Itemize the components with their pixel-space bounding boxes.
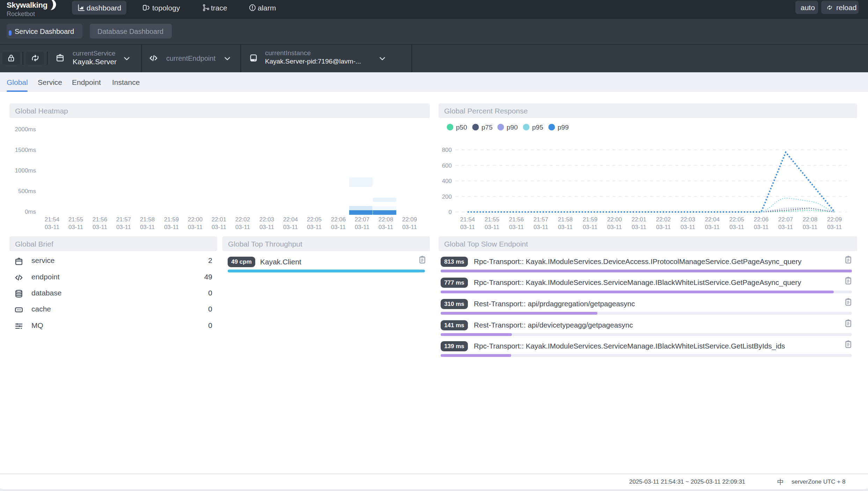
svg-text:0: 0 bbox=[449, 209, 452, 215]
svg-text:03-11: 03-11 bbox=[754, 224, 768, 230]
svg-text:21:58: 21:58 bbox=[140, 216, 155, 223]
svg-text:21:55: 21:55 bbox=[68, 216, 83, 223]
svg-text:03-11: 03-11 bbox=[656, 224, 671, 230]
svg-text:400: 400 bbox=[442, 178, 452, 184]
svg-text:2000ms: 2000ms bbox=[15, 126, 36, 133]
svg-text:p75: p75 bbox=[481, 124, 493, 131]
svg-text:03-11: 03-11 bbox=[331, 224, 346, 230]
svg-text:p90: p90 bbox=[507, 124, 518, 131]
svg-text:22:07: 22:07 bbox=[778, 216, 793, 223]
svg-text:21:59: 21:59 bbox=[164, 216, 179, 223]
svg-text:22:06: 22:06 bbox=[754, 216, 769, 223]
svg-text:03-11: 03-11 bbox=[378, 224, 393, 230]
svg-text:03-11: 03-11 bbox=[778, 224, 793, 230]
svg-text:800: 800 bbox=[442, 147, 452, 153]
svg-text:03-11: 03-11 bbox=[93, 224, 107, 230]
svg-text:1500ms: 1500ms bbox=[15, 147, 36, 153]
svg-text:03-11: 03-11 bbox=[607, 224, 622, 230]
svg-text:21:56: 21:56 bbox=[509, 216, 524, 223]
svg-text:03-11: 03-11 bbox=[509, 224, 524, 230]
svg-text:22:01: 22:01 bbox=[632, 216, 647, 223]
svg-text:03-11: 03-11 bbox=[583, 224, 597, 230]
svg-text:22:04: 22:04 bbox=[283, 216, 298, 223]
svg-text:21:54: 21:54 bbox=[45, 216, 60, 223]
svg-text:03-11: 03-11 bbox=[307, 224, 322, 230]
svg-text:03-11: 03-11 bbox=[460, 224, 475, 230]
svg-text:22:07: 22:07 bbox=[355, 216, 370, 223]
svg-text:1000ms: 1000ms bbox=[15, 167, 36, 174]
svg-text:03-11: 03-11 bbox=[485, 224, 499, 230]
svg-text:21:55: 21:55 bbox=[485, 216, 500, 223]
svg-text:03-11: 03-11 bbox=[705, 224, 720, 230]
svg-text:0ms: 0ms bbox=[25, 208, 36, 215]
svg-text:500ms: 500ms bbox=[18, 188, 36, 195]
svg-text:200: 200 bbox=[442, 193, 452, 200]
svg-text:03-11: 03-11 bbox=[68, 224, 83, 230]
svg-text:03-11: 03-11 bbox=[164, 224, 179, 230]
svg-text:03-11: 03-11 bbox=[212, 224, 226, 230]
svg-text:p99: p99 bbox=[558, 124, 569, 131]
svg-text:03-11: 03-11 bbox=[116, 224, 131, 230]
svg-text:22:00: 22:00 bbox=[607, 216, 622, 223]
svg-text:22:09: 22:09 bbox=[827, 216, 842, 223]
svg-text:21:57: 21:57 bbox=[116, 216, 131, 223]
svg-text:22:02: 22:02 bbox=[656, 216, 671, 223]
svg-text:03-11: 03-11 bbox=[140, 224, 155, 230]
svg-text:21:58: 21:58 bbox=[558, 216, 573, 223]
svg-text:22:02: 22:02 bbox=[235, 216, 250, 223]
svg-text:22:09: 22:09 bbox=[402, 216, 417, 223]
svg-text:22:03: 22:03 bbox=[681, 216, 696, 223]
svg-text:22:03: 22:03 bbox=[259, 216, 274, 223]
svg-text:21:54: 21:54 bbox=[460, 216, 475, 223]
svg-text:22:05: 22:05 bbox=[307, 216, 322, 223]
svg-text:03-11: 03-11 bbox=[259, 224, 274, 230]
svg-text:21:56: 21:56 bbox=[93, 216, 108, 223]
svg-text:03-11: 03-11 bbox=[632, 224, 646, 230]
svg-text:22:06: 22:06 bbox=[331, 216, 346, 223]
svg-text:21:59: 21:59 bbox=[583, 216, 598, 223]
svg-text:03-11: 03-11 bbox=[681, 224, 695, 230]
svg-text:03-11: 03-11 bbox=[235, 224, 250, 230]
svg-text:03-11: 03-11 bbox=[729, 224, 744, 230]
svg-text:03-11: 03-11 bbox=[558, 224, 573, 230]
svg-text:22:08: 22:08 bbox=[378, 216, 393, 223]
svg-text:03-11: 03-11 bbox=[827, 224, 842, 230]
svg-text:03-11: 03-11 bbox=[45, 224, 59, 230]
svg-text:p50: p50 bbox=[456, 124, 467, 131]
svg-text:p95: p95 bbox=[532, 124, 543, 131]
svg-text:21:57: 21:57 bbox=[534, 216, 549, 223]
svg-text:03-11: 03-11 bbox=[283, 224, 298, 230]
svg-text:22:04: 22:04 bbox=[705, 216, 720, 223]
svg-text:22:08: 22:08 bbox=[803, 216, 818, 223]
svg-text:03-11: 03-11 bbox=[355, 224, 369, 230]
svg-text:22:01: 22:01 bbox=[212, 216, 227, 223]
svg-text:03-11: 03-11 bbox=[803, 224, 817, 230]
svg-text:03-11: 03-11 bbox=[534, 224, 548, 230]
svg-text:22:00: 22:00 bbox=[188, 216, 203, 223]
svg-text:03-11: 03-11 bbox=[402, 224, 417, 230]
svg-text:03-11: 03-11 bbox=[188, 224, 203, 230]
svg-text:600: 600 bbox=[442, 162, 452, 169]
svg-text:22:05: 22:05 bbox=[729, 216, 744, 223]
